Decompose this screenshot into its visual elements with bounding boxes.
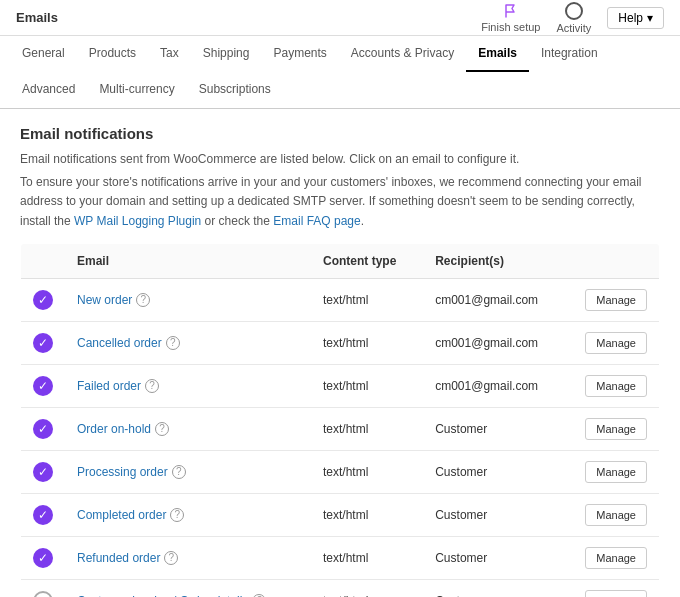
email-name-link[interactable]: Refunded order (77, 551, 160, 565)
row-manage-cell: Manage (570, 579, 660, 597)
row-recipients-cell: Customer (423, 407, 569, 450)
row-manage-cell: Manage (570, 493, 660, 536)
row-content-type-cell: text/html (311, 278, 423, 321)
row-content-type-cell: text/html (311, 450, 423, 493)
row-name-cell: Refunded order? (65, 536, 311, 579)
activity-icon (565, 2, 583, 20)
manage-button[interactable]: Manage (585, 547, 647, 569)
help-button[interactable]: Help ▾ (607, 7, 664, 29)
row-status-cell: ✓ (21, 321, 66, 364)
col-icon (21, 243, 66, 278)
row-content-type-cell: text/html (311, 407, 423, 450)
row-recipients-cell: cm001@gmail.com (423, 278, 569, 321)
email-name-link[interactable]: Order on-hold (77, 422, 151, 436)
finish-setup-button[interactable]: Finish setup (481, 3, 540, 33)
row-status-cell: + (21, 579, 66, 597)
manage-button[interactable]: Manage (585, 289, 647, 311)
table-row: +Customer invoice / Order details?text/h… (21, 579, 660, 597)
row-name-cell: Failed order? (65, 364, 311, 407)
tab-shipping[interactable]: Shipping (191, 36, 262, 72)
row-recipients-cell: Customer (423, 579, 569, 597)
desc3-text: or check the (205, 214, 270, 228)
row-recipients-cell: Customer (423, 536, 569, 579)
tab-accounts[interactable]: Accounts & Privacy (339, 36, 466, 72)
row-content-type-cell: text/html (311, 536, 423, 579)
row-status-cell: ✓ (21, 536, 66, 579)
enabled-icon: ✓ (33, 290, 53, 310)
email-name-link[interactable]: Cancelled order (77, 336, 162, 350)
row-status-cell: ✓ (21, 278, 66, 321)
wp-mail-logging-link[interactable]: WP Mail Logging Plugin (74, 214, 201, 228)
tab-emails[interactable]: Emails (466, 36, 529, 72)
col-recipients: Recipient(s) (423, 243, 569, 278)
page-title: Emails (16, 10, 58, 25)
table-row: ✓Cancelled order?text/htmlcm001@gmail.co… (21, 321, 660, 364)
enabled-icon: ✓ (33, 505, 53, 525)
email-name-link[interactable]: New order (77, 293, 132, 307)
row-status-cell: ✓ (21, 493, 66, 536)
row-manage-cell: Manage (570, 536, 660, 579)
tab-general[interactable]: General (10, 36, 77, 72)
table-header-row: Email Content type Recipient(s) (21, 243, 660, 278)
help-tooltip-icon[interactable]: ? (166, 336, 180, 350)
activity-button[interactable]: Activity (556, 2, 591, 34)
manage-button[interactable]: Manage (585, 504, 647, 526)
table-row: ✓Refunded order?text/htmlCustomerManage (21, 536, 660, 579)
flag-icon (503, 3, 519, 19)
email-name-link[interactable]: Failed order (77, 379, 141, 393)
tab-multicurrency[interactable]: Multi-currency (87, 72, 186, 108)
row-recipients-cell: cm001@gmail.com (423, 364, 569, 407)
table-row: ✓New order?text/htmlcm001@gmail.comManag… (21, 278, 660, 321)
help-tooltip-icon[interactable]: ? (155, 422, 169, 436)
enabled-icon: ✓ (33, 333, 53, 353)
tab-products[interactable]: Products (77, 36, 148, 72)
enabled-icon: ✓ (33, 419, 53, 439)
col-content-type: Content type (311, 243, 423, 278)
row-status-cell: ✓ (21, 450, 66, 493)
top-bar-actions: Finish setup Activity Help ▾ (481, 2, 664, 34)
disabled-icon: + (33, 591, 53, 597)
row-manage-cell: Manage (570, 407, 660, 450)
email-table: Email Content type Recipient(s) ✓New ord… (20, 243, 660, 597)
help-tooltip-icon[interactable]: ? (172, 465, 186, 479)
manage-button[interactable]: Manage (585, 375, 647, 397)
row-content-type-cell: text/html (311, 364, 423, 407)
tab-tax[interactable]: Tax (148, 36, 191, 72)
table-row: ✓Completed order?text/htmlCustomerManage (21, 493, 660, 536)
tab-payments[interactable]: Payments (261, 36, 338, 72)
row-name-cell: Customer invoice / Order details? (65, 579, 311, 597)
section-title: Email notifications (20, 125, 660, 142)
section-desc2: To ensure your store's notifications arr… (20, 173, 660, 231)
row-status-cell: ✓ (21, 407, 66, 450)
row-name-cell: Completed order? (65, 493, 311, 536)
email-name-link[interactable]: Completed order (77, 508, 166, 522)
table-row: ✓Processing order?text/htmlCustomerManag… (21, 450, 660, 493)
tab-advanced[interactable]: Advanced (10, 72, 87, 108)
tab-subscriptions[interactable]: Subscriptions (187, 72, 283, 108)
row-recipients-cell: Customer (423, 450, 569, 493)
help-tooltip-icon[interactable]: ? (164, 551, 178, 565)
row-status-cell: ✓ (21, 364, 66, 407)
tab-integration[interactable]: Integration (529, 36, 610, 72)
col-actions (570, 243, 660, 278)
manage-button[interactable]: Manage (585, 590, 647, 597)
row-content-type-cell: text/html (311, 493, 423, 536)
row-name-cell: Cancelled order? (65, 321, 311, 364)
help-tooltip-icon[interactable]: ? (145, 379, 159, 393)
finish-setup-label: Finish setup (481, 21, 540, 33)
help-tooltip-icon[interactable]: ? (170, 508, 184, 522)
section-desc1: Email notifications sent from WooCommerc… (20, 150, 660, 169)
row-name-cell: Processing order? (65, 450, 311, 493)
row-manage-cell: Manage (570, 450, 660, 493)
help-tooltip-icon[interactable]: ? (136, 293, 150, 307)
enabled-icon: ✓ (33, 548, 53, 568)
manage-button[interactable]: Manage (585, 418, 647, 440)
manage-button[interactable]: Manage (585, 461, 647, 483)
tabs-bar: General Products Tax Shipping Payments A… (0, 36, 680, 109)
content-area: Email notifications Email notifications … (0, 109, 680, 597)
email-name-link[interactable]: Processing order (77, 465, 168, 479)
email-faq-link[interactable]: Email FAQ page (273, 214, 360, 228)
table-row: ✓Order on-hold?text/htmlCustomerManage (21, 407, 660, 450)
help-label: Help (618, 11, 643, 25)
manage-button[interactable]: Manage (585, 332, 647, 354)
